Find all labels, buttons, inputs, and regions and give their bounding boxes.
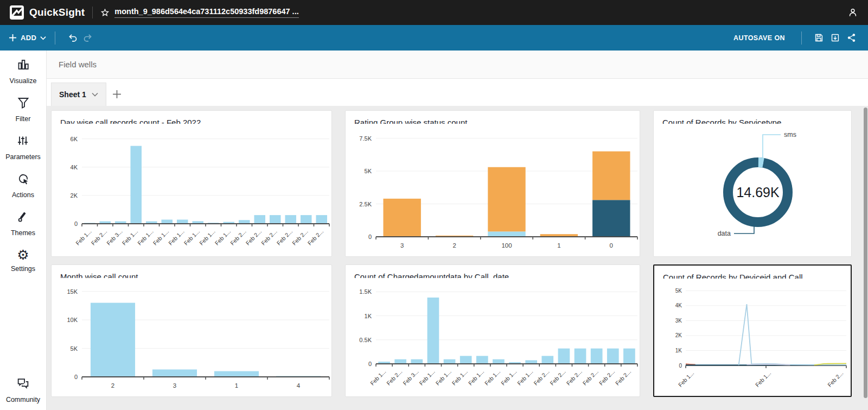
- toolbar-divider: [55, 31, 55, 45]
- add-button-label: ADD: [21, 34, 36, 42]
- svg-text:Feb 2...: Feb 2...: [548, 368, 567, 387]
- analysis-title[interactable]: month_9_986d564e4ca731112c50933fd9876647…: [114, 7, 298, 18]
- svg-text:sms: sms: [784, 131, 796, 138]
- sidebar-item-filter[interactable]: Filter: [16, 96, 31, 123]
- svg-text:Feb 1...: Feb 1...: [136, 228, 155, 247]
- top-app-bar: QuickSight month_9_986d564e4ca731112c509…: [0, 0, 868, 25]
- svg-text:Feb 1...: Feb 1...: [198, 228, 216, 247]
- svg-text:2: 2: [452, 242, 456, 249]
- svg-text:Feb 1...: Feb 1...: [677, 370, 695, 388]
- undo-button[interactable]: [64, 30, 80, 46]
- toolbar-divider-right: [801, 31, 802, 45]
- autosave-status[interactable]: AUTOSAVE ON: [733, 34, 785, 42]
- svg-text:2.5K: 2.5K: [359, 201, 372, 207]
- sidebar-item-label: Filter: [16, 115, 31, 123]
- vertical-scrollbar-thumb[interactable]: [864, 108, 867, 398]
- dashboard-canvas: Day wise call records count - Feb 2022 0…: [47, 106, 868, 410]
- svg-text:Feb 2...: Feb 2...: [306, 228, 324, 247]
- plus-icon: [9, 34, 17, 42]
- sidebar-item-label: Themes: [11, 229, 35, 237]
- visual-records-by-deviceid[interactable]: Count of Records by Deviceid and Call_..…: [653, 264, 852, 397]
- svg-text:Feb 1...: Feb 1...: [369, 368, 387, 387]
- svg-text:Feb 1...: Feb 1...: [434, 368, 452, 387]
- appbar-divider: [92, 7, 93, 18]
- sidebar-item-parameters[interactable]: Parameters: [5, 134, 41, 161]
- click-action-icon: [17, 172, 30, 187]
- svg-text:Feb 1...: Feb 1...: [516, 368, 534, 387]
- funnel-icon: [17, 96, 30, 111]
- svg-text:4K: 4K: [71, 164, 78, 171]
- bar-chart-day-wise[interactable]: 02K4K6KFeb 1...Feb 2...Feb 3...Feb 1...F…: [52, 124, 331, 256]
- export-button[interactable]: [827, 30, 843, 46]
- svg-text:Feb 2...: Feb 2...: [260, 228, 278, 247]
- quicksight-logo-icon[interactable]: [10, 5, 24, 20]
- add-button[interactable]: ADD: [9, 34, 46, 42]
- svg-text:Feb 1...: Feb 1...: [467, 368, 486, 387]
- sidebar-item-label: Actions: [12, 191, 34, 199]
- visual-month-wise-call-count[interactable]: Month wise call count 05K10K15K2314: [51, 264, 332, 397]
- svg-text:2K: 2K: [675, 332, 682, 338]
- user-account-icon[interactable]: [847, 7, 858, 18]
- sidebar-item-visualize[interactable]: Visualize: [10, 58, 37, 85]
- visual-records-by-servicetype[interactable]: Count of Records by Servicetype 14.69Ksm…: [653, 110, 852, 257]
- svg-text:5K: 5K: [71, 345, 78, 352]
- svg-text:1K: 1K: [365, 313, 372, 319]
- favorite-star-icon[interactable]: [100, 8, 110, 17]
- donut-chart-servicetype[interactable]: 14.69Ksmsdata: [654, 124, 851, 256]
- svg-text:0: 0: [368, 234, 372, 240]
- bar-chart-chargedamount[interactable]: 00.5K1K1.5KFeb 1...Feb 2...Feb 3...Feb 1…: [346, 278, 640, 396]
- line-chart-deviceid[interactable]: 01K2K3K4K5KFeb 1...Feb 1...Feb 2...: [654, 279, 851, 396]
- svg-text:Feb 2...: Feb 2...: [275, 228, 293, 247]
- svg-text:Feb 1...: Feb 1...: [74, 228, 93, 247]
- chevron-down-icon: [92, 92, 98, 97]
- svg-text:Feb 1...: Feb 1...: [418, 368, 436, 387]
- svg-text:4: 4: [297, 382, 301, 389]
- svg-text:Feb 2...: Feb 2...: [291, 228, 309, 247]
- visual-chargedamount-by-call-date[interactable]: Count of Chargedamountdata by Call_date …: [345, 264, 640, 397]
- sliders-icon: [16, 134, 29, 149]
- sidebar-item-label: Community: [6, 396, 40, 403]
- main-area: Field wells Sheet 1 Day wise call record…: [47, 51, 868, 410]
- sidebar-item-settings[interactable]: ⚙ Settings: [11, 248, 35, 273]
- visual-day-wise-call-records[interactable]: Day wise call records count - Feb 2022 0…: [51, 110, 332, 257]
- sidebar-item-themes[interactable]: Themes: [11, 210, 35, 237]
- svg-text:Feb 1...: Feb 1...: [213, 228, 232, 247]
- left-sidebar: Visualize Filter Parameters: [0, 51, 47, 410]
- svg-text:Feb 1...: Feb 1...: [450, 368, 469, 387]
- bar-chart-month-wise[interactable]: 05K10K15K2314: [52, 278, 331, 396]
- visual-rating-group-status[interactable]: Rating Group wise status count 02.5K5K7.…: [345, 110, 640, 257]
- svg-text:0: 0: [74, 220, 78, 227]
- svg-text:3K: 3K: [675, 318, 682, 324]
- svg-text:Feb 1...: Feb 1...: [754, 370, 773, 388]
- field-wells-bar[interactable]: Field wells: [47, 51, 868, 79]
- svg-text:Feb 1...: Feb 1...: [500, 368, 518, 387]
- sidebar-item-community[interactable]: Community: [6, 376, 40, 403]
- sidebar-item-actions[interactable]: Actions: [12, 172, 34, 199]
- svg-text:1: 1: [235, 382, 238, 389]
- svg-text:14.69K: 14.69K: [736, 185, 780, 200]
- svg-text:0.5K: 0.5K: [359, 337, 372, 343]
- svg-text:1: 1: [557, 242, 560, 249]
- visual-title: Month wise call count: [52, 265, 331, 278]
- sidebar-item-label: Parameters: [5, 153, 41, 161]
- svg-text:0: 0: [610, 242, 613, 249]
- svg-text:3: 3: [173, 382, 176, 389]
- svg-text:data: data: [718, 230, 731, 237]
- svg-text:0: 0: [74, 374, 78, 380]
- svg-text:2K: 2K: [71, 192, 78, 199]
- redo-button[interactable]: [80, 30, 97, 46]
- add-sheet-button[interactable]: [106, 83, 128, 106]
- visual-title: Count of Records by Servicetype: [654, 111, 851, 124]
- chat-bubbles-icon: [16, 376, 30, 392]
- share-button[interactable]: [843, 30, 859, 46]
- save-button[interactable]: [810, 30, 827, 46]
- paintbrush-icon: [17, 210, 30, 225]
- tab-sheet-1[interactable]: Sheet 1: [51, 83, 106, 106]
- svg-text:7.5K: 7.5K: [359, 135, 372, 142]
- sheet-tab-label: Sheet 1: [59, 90, 86, 99]
- stacked-bar-chart-rating-group[interactable]: 02.5K5K7.5K3210010: [346, 124, 640, 256]
- svg-text:Feb 2...: Feb 2...: [385, 368, 404, 387]
- visual-title: Count of Records by Deviceid and Call_..…: [654, 266, 851, 279]
- svg-text:Feb 2...: Feb 2...: [581, 368, 599, 387]
- gear-icon: ⚙: [17, 248, 29, 261]
